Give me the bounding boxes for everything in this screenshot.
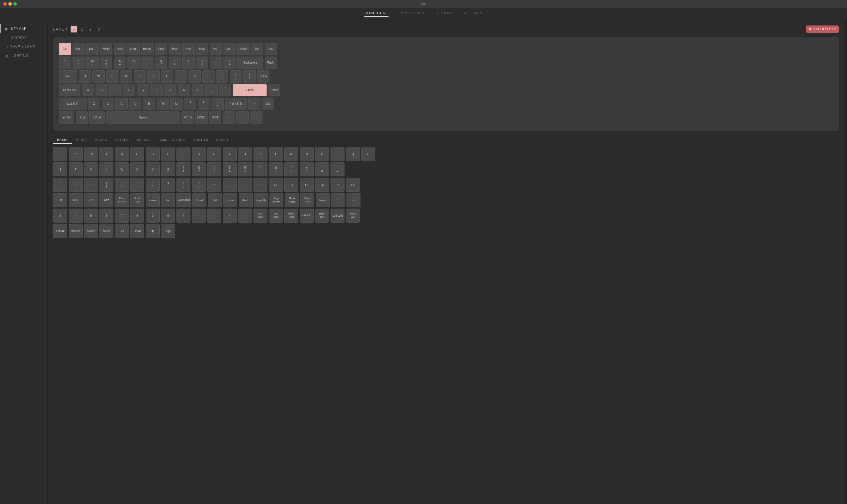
picker-tab-special[interactable]: SPECIAL	[133, 137, 156, 144]
picker-key-0-12[interactable]: J	[238, 147, 252, 161]
layer-2[interactable]: 2	[87, 26, 94, 33]
key-2-10[interactable]: P	[202, 70, 214, 83]
picker-key-4-13[interactable]: Num Enter	[253, 209, 267, 222]
nav-item-key-tester[interactable]: KEY TESTER	[400, 11, 425, 17]
layer-1[interactable]: 1	[79, 26, 86, 33]
key-2-14[interactable]: PgDn	[257, 70, 269, 83]
picker-key-2-19[interactable]: F8	[346, 178, 360, 192]
key-5-8[interactable]: ↓	[236, 111, 249, 124]
key-2-5[interactable]: T	[134, 70, 146, 83]
picker-key-2-2[interactable]: { [	[84, 178, 98, 192]
key-4-1[interactable]: Z	[88, 98, 100, 110]
picker-key-0-18[interactable]: P	[331, 147, 345, 161]
picker-key-4-3[interactable]: 6	[100, 209, 113, 222]
key-4-11[interactable]: Right Shift	[225, 98, 247, 110]
picker-key-2-11[interactable]: ,	[223, 178, 237, 192]
key-3-1[interactable]: A	[82, 84, 94, 96]
key-3-0[interactable]: Caps Lock	[59, 84, 81, 96]
key-3-6[interactable]: H	[151, 84, 163, 96]
picker-key-2-0[interactable]: + =	[53, 178, 67, 192]
picker-key-2-15[interactable]: F4	[284, 178, 298, 192]
nav-item-design[interactable]: DESIGN	[436, 11, 451, 17]
key-1-12[interactable]: + =	[224, 57, 236, 69]
picker-key-0-17[interactable]: O	[315, 147, 329, 161]
picker-key-4-10[interactable]: -	[207, 209, 221, 222]
maximize-button[interactable]	[14, 2, 17, 5]
key-0-4[interactable]: LPad	[114, 43, 126, 55]
picker-key-1-15[interactable]: * 8	[284, 162, 298, 176]
picker-key-0-5[interactable]: C	[130, 147, 144, 161]
picker-key-5-0[interactable]: Left Alt	[53, 224, 67, 238]
picker-key-3-16[interactable]: Caps Lock	[300, 193, 314, 207]
key-5-2[interactable]: LCmd	[89, 111, 105, 124]
key-3-13[interactable]: Home	[268, 84, 280, 96]
picker-key-3-0[interactable]: F9	[53, 193, 67, 207]
picker-key-3-8[interactable]: Backspace	[176, 193, 191, 207]
key-4-7[interactable]: M	[170, 98, 183, 110]
picker-key-1-13[interactable]: ^ 6	[253, 162, 267, 176]
picker-key-2-16[interactable]: F5	[300, 178, 314, 192]
key-4-8[interactable]: < ,	[184, 98, 196, 110]
picker-key-0-10[interactable]: H	[207, 147, 221, 161]
picker-key-0-16[interactable]: N	[300, 147, 314, 161]
picker-key-3-6[interactable]: Pause	[146, 193, 160, 207]
key-3-10[interactable]: : ;	[205, 84, 218, 96]
scrollbar[interactable]	[845, 20, 847, 504]
picker-key-3-5[interactable]: Scroll Lock	[130, 193, 144, 207]
picker-key-1-17[interactable]: ) 0	[315, 162, 329, 176]
key-1-14[interactable]: PgUp	[265, 57, 277, 69]
key-3-11[interactable]: " '	[219, 84, 231, 96]
picker-key-4-6[interactable]: 9	[146, 209, 160, 222]
picker-key-4-16[interactable]: Left Ctrl	[300, 209, 314, 222]
key-4-13[interactable]: End	[262, 98, 274, 110]
picker-key-3-3[interactable]: F12	[100, 193, 113, 207]
picker-key-1-18[interactable]: _ -	[331, 162, 345, 176]
key-4-12[interactable]: ↑	[248, 98, 261, 110]
picker-key-1-0[interactable]: S	[53, 162, 67, 176]
key-5-0[interactable]: Left Ctrl	[59, 111, 74, 124]
picker-key-3-7[interactable]: Tab	[161, 193, 175, 207]
key-0-9[interactable]: Next	[182, 43, 195, 55]
picker-key-1-2[interactable]: U	[84, 162, 98, 176]
key-1-6[interactable]: ^ 6	[141, 57, 154, 69]
key-4-10[interactable]: ? /	[211, 98, 224, 110]
key-2-12[interactable]: } ]	[230, 70, 242, 83]
keyboard-selector[interactable]: KEYCHRON S1 ▾	[806, 25, 839, 33]
key-1-7[interactable]: & 7	[155, 57, 167, 69]
picker-key-0-6[interactable]: D	[146, 147, 160, 161]
key-5-5[interactable]: MO(1)	[195, 111, 208, 124]
picker-key-3-17[interactable]: Enter	[316, 193, 330, 207]
key-0-14[interactable]: Del	[251, 43, 263, 55]
picker-key-2-5[interactable]: : ;	[130, 178, 144, 192]
picker-key-2-14[interactable]: F3	[269, 178, 283, 192]
key-2-3[interactable]: E	[106, 70, 119, 83]
picker-key-0-15[interactable]: M	[284, 147, 298, 161]
key-0-1[interactable]: Scr -	[73, 43, 85, 55]
picker-key-4-17[interactable]: Right Ctrl	[315, 209, 329, 222]
key-5-4[interactable]: RCmd	[181, 111, 194, 124]
picker-key-5-7[interactable]: Right	[161, 224, 175, 238]
picker-key-3-13[interactable]: Page Up	[254, 193, 268, 207]
picker-tab-custom[interactable]: CUSTOM	[189, 137, 212, 144]
key-0-10[interactable]: Mute	[196, 43, 208, 55]
key-1-4[interactable]: $ 4	[114, 57, 126, 69]
picker-key-3-19[interactable]: 2	[347, 193, 360, 207]
key-0-6[interactable]: Brght+	[141, 43, 154, 55]
picker-key-4-4[interactable]: 7	[115, 209, 129, 222]
picker-key-2-8[interactable]: > .	[176, 178, 191, 192]
picker-key-2-10[interactable]: =	[207, 178, 221, 192]
picker-key-1-16[interactable]: ( 9	[300, 162, 314, 176]
sidebar-item-save-load[interactable]: ⊟SAVE + LOAD	[0, 42, 47, 51]
key-0-8[interactable]: Play	[169, 43, 181, 55]
picker-key-3-12[interactable]: End	[239, 193, 253, 207]
picker-key-1-3[interactable]: V	[100, 162, 113, 176]
key-0-3[interactable]: MCtrl	[100, 43, 112, 55]
picker-key-0-9[interactable]: G	[192, 147, 206, 161]
key-5-6[interactable]: RCtl	[209, 111, 221, 124]
picker-key-2-6[interactable]: " '	[146, 178, 160, 192]
key-1-9[interactable]: ( 9	[182, 57, 195, 69]
key-0-13[interactable]: SShot	[237, 43, 250, 55]
picker-key-2-4[interactable]: | \	[115, 178, 129, 192]
key-5-1[interactable]: LOpt	[76, 111, 88, 124]
key-0-12[interactable]: Vol +	[224, 43, 236, 55]
